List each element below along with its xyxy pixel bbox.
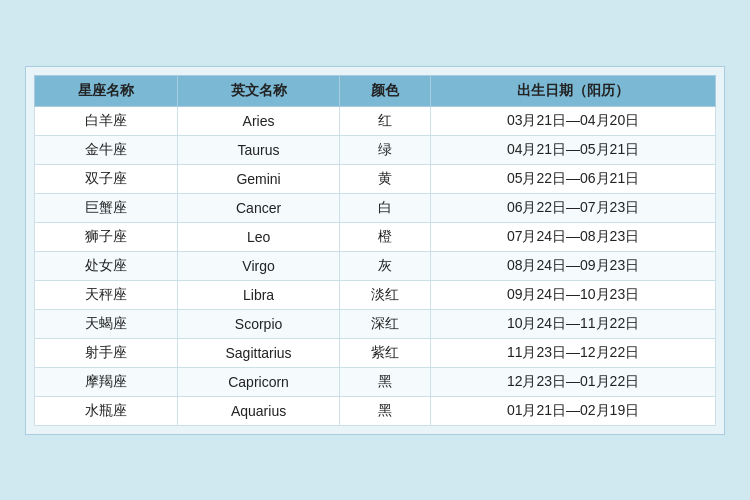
- cell-dates: 03月21日—04月20日: [431, 106, 716, 135]
- table-row: 白羊座Aries红03月21日—04月20日: [35, 106, 716, 135]
- cell-en-name: Scorpio: [178, 309, 340, 338]
- cell-color: 黑: [340, 396, 431, 425]
- cell-dates: 06月22日—07月23日: [431, 193, 716, 222]
- zodiac-table: 星座名称 英文名称 颜色 出生日期（阳历） 白羊座Aries红03月21日—04…: [34, 75, 716, 426]
- cell-dates: 08月24日—09月23日: [431, 251, 716, 280]
- cell-zh-name: 金牛座: [35, 135, 178, 164]
- main-container: 星座名称 英文名称 颜色 出生日期（阳历） 白羊座Aries红03月21日—04…: [25, 66, 725, 435]
- cell-zh-name: 摩羯座: [35, 367, 178, 396]
- cell-color: 白: [340, 193, 431, 222]
- cell-en-name: Leo: [178, 222, 340, 251]
- table-row: 摩羯座Capricorn黑12月23日—01月22日: [35, 367, 716, 396]
- table-row: 狮子座Leo橙07月24日—08月23日: [35, 222, 716, 251]
- table-row: 巨蟹座Cancer白06月22日—07月23日: [35, 193, 716, 222]
- cell-color: 黄: [340, 164, 431, 193]
- cell-en-name: Aries: [178, 106, 340, 135]
- cell-color: 红: [340, 106, 431, 135]
- cell-color: 黑: [340, 367, 431, 396]
- cell-dates: 11月23日—12月22日: [431, 338, 716, 367]
- cell-color: 灰: [340, 251, 431, 280]
- cell-en-name: Virgo: [178, 251, 340, 280]
- cell-en-name: Cancer: [178, 193, 340, 222]
- cell-dates: 01月21日—02月19日: [431, 396, 716, 425]
- cell-zh-name: 双子座: [35, 164, 178, 193]
- cell-color: 淡红: [340, 280, 431, 309]
- cell-en-name: Libra: [178, 280, 340, 309]
- cell-en-name: Sagittarius: [178, 338, 340, 367]
- table-row: 金牛座Taurus绿04月21日—05月21日: [35, 135, 716, 164]
- cell-zh-name: 处女座: [35, 251, 178, 280]
- cell-dates: 10月24日—11月22日: [431, 309, 716, 338]
- cell-dates: 05月22日—06月21日: [431, 164, 716, 193]
- cell-en-name: Gemini: [178, 164, 340, 193]
- cell-zh-name: 天秤座: [35, 280, 178, 309]
- cell-zh-name: 白羊座: [35, 106, 178, 135]
- cell-en-name: Capricorn: [178, 367, 340, 396]
- header-zh-name: 星座名称: [35, 75, 178, 106]
- cell-color: 紫红: [340, 338, 431, 367]
- table-row: 天蝎座Scorpio深红10月24日—11月22日: [35, 309, 716, 338]
- table-row: 双子座Gemini黄05月22日—06月21日: [35, 164, 716, 193]
- header-en-name: 英文名称: [178, 75, 340, 106]
- header-color: 颜色: [340, 75, 431, 106]
- cell-zh-name: 射手座: [35, 338, 178, 367]
- cell-zh-name: 巨蟹座: [35, 193, 178, 222]
- cell-dates: 09月24日—10月23日: [431, 280, 716, 309]
- cell-en-name: Taurus: [178, 135, 340, 164]
- table-row: 水瓶座Aquarius黑01月21日—02月19日: [35, 396, 716, 425]
- cell-color: 橙: [340, 222, 431, 251]
- cell-dates: 12月23日—01月22日: [431, 367, 716, 396]
- cell-zh-name: 水瓶座: [35, 396, 178, 425]
- table-header-row: 星座名称 英文名称 颜色 出生日期（阳历）: [35, 75, 716, 106]
- cell-en-name: Aquarius: [178, 396, 340, 425]
- table-row: 射手座Sagittarius紫红11月23日—12月22日: [35, 338, 716, 367]
- table-row: 天秤座Libra淡红09月24日—10月23日: [35, 280, 716, 309]
- cell-color: 绿: [340, 135, 431, 164]
- cell-zh-name: 天蝎座: [35, 309, 178, 338]
- cell-color: 深红: [340, 309, 431, 338]
- cell-dates: 07月24日—08月23日: [431, 222, 716, 251]
- table-row: 处女座Virgo灰08月24日—09月23日: [35, 251, 716, 280]
- header-dates: 出生日期（阳历）: [431, 75, 716, 106]
- cell-dates: 04月21日—05月21日: [431, 135, 716, 164]
- cell-zh-name: 狮子座: [35, 222, 178, 251]
